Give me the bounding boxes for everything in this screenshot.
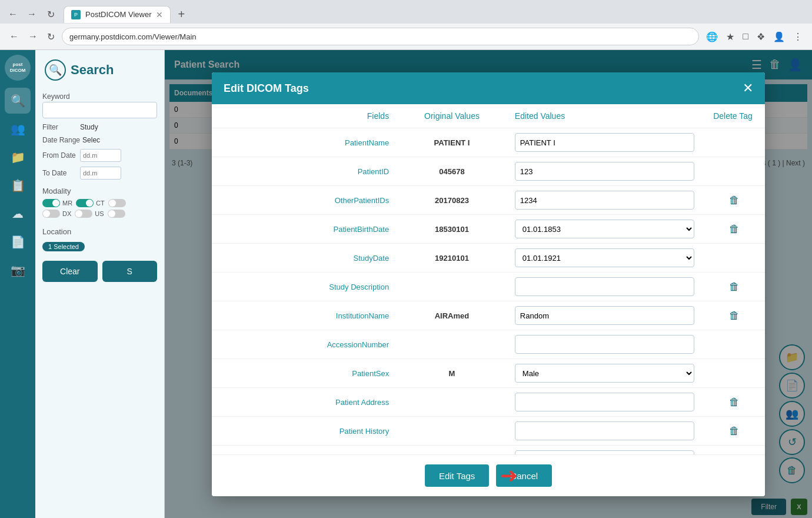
search-panel-button[interactable]: S	[102, 261, 158, 282]
tag-delete-cell-9: 🗑	[704, 388, 765, 417]
tag-edited-0	[505, 128, 704, 157]
to-date-label: To Date	[42, 169, 78, 177]
modality-extra-toggle[interactable]	[108, 199, 126, 207]
tag-delete-cell-10: 🗑	[704, 417, 765, 446]
more-icon[interactable]: ⋮	[791, 29, 805, 45]
delete-tag-button-10[interactable]: 🗑	[729, 425, 740, 437]
delete-tag-button-5[interactable]: 🗑	[729, 281, 740, 293]
tag-field-2: OtherPatientIDs	[212, 186, 398, 215]
modal-body: Fields Original Values Edited Values Del…	[212, 104, 765, 454]
extension-icon[interactable]: ❖	[754, 29, 767, 45]
filter-label: Filter	[42, 123, 78, 131]
location-selected[interactable]: 1 Selected	[42, 242, 85, 251]
delete-tag-button-3[interactable]: 🗑	[729, 223, 740, 235]
forward-button[interactable]: →	[24, 6, 40, 22]
col-edited: Edited Values	[505, 104, 704, 128]
filter-row: Filter Study	[35, 121, 164, 134]
sidebar-item-list[interactable]: 📄	[5, 229, 31, 255]
tag-original-5	[398, 273, 505, 301]
tag-original-10	[398, 417, 505, 446]
browser-back[interactable]: ←	[7, 29, 21, 44]
tag-row: PatientBirthDate1853010101.01.1853🗑	[212, 215, 765, 244]
tag-input-2[interactable]	[515, 191, 694, 210]
tag-field-5: Study Description	[212, 273, 398, 301]
tab-title: PostDICOM Viewer	[85, 10, 151, 19]
back-button[interactable]: ←	[5, 6, 21, 22]
bookmark-icon[interactable]: ★	[724, 29, 737, 45]
tag-field-8: PatientSex	[212, 359, 398, 388]
modality-extra	[108, 199, 126, 207]
tag-edited-5	[505, 273, 704, 301]
delete-tag-button-2[interactable]: 🗑	[729, 194, 740, 207]
tag-input-5[interactable]	[515, 277, 694, 296]
tag-delete-cell-6: 🗑	[704, 301, 765, 330]
reload-button[interactable]: ↻	[42, 6, 59, 22]
main-content: Patient Search ☰ 🗑 👤 Documents Count 0	[165, 50, 812, 518]
browser-forward[interactable]: →	[26, 29, 40, 44]
translate-icon[interactable]: 🌐	[704, 29, 720, 45]
sidebar-item-share[interactable]: 📷	[5, 257, 31, 283]
to-date-input[interactable]	[80, 167, 121, 180]
tag-input-9[interactable]	[515, 393, 694, 411]
new-tab-button[interactable]: +	[173, 8, 189, 21]
modality-mr-toggle[interactable]	[42, 199, 60, 207]
modality-us-toggle[interactable]	[75, 210, 92, 218]
sidebar-item-users[interactable]: 👥	[5, 116, 31, 142]
delete-tag-button-6[interactable]: 🗑	[729, 310, 740, 322]
window-icon[interactable]: □	[740, 29, 751, 44]
tag-edited-10	[505, 417, 704, 446]
modality-ct-toggle[interactable]	[76, 199, 94, 207]
location-label: Location	[42, 227, 157, 236]
keyword-label: Keyword	[42, 92, 157, 101]
tag-input-6[interactable]	[515, 306, 694, 325]
search-label: Search	[71, 62, 114, 78]
modality-extra2	[108, 210, 125, 218]
app-container: postDICOM 🔍 👥 📁 📋 ☁ 📄 📷 🔍 Search Keyword…	[0, 50, 812, 518]
modality-title: Modality	[42, 187, 157, 195]
sidebar-item-upload[interactable]: ☁	[5, 201, 31, 227]
modal-footer: ➜ Edit Tags Cancel	[212, 454, 765, 496]
modal-overlay: Edit DICOM Tags ✕ Fields Original Values…	[165, 50, 812, 518]
tag-date-select-3[interactable]: 01.01.1853	[515, 220, 694, 238]
filter-value: Study	[80, 123, 98, 131]
tag-input-11[interactable]	[515, 450, 694, 454]
profile-icon[interactable]: 👤	[771, 29, 787, 45]
sidebar-item-document[interactable]: 📋	[5, 172, 31, 198]
tag-input-0[interactable]	[515, 133, 694, 152]
browser-chrome: ← → ↻ P PostDICOM Viewer ✕ + ← → ↻ 🌐 ★ □…	[0, 0, 812, 50]
tag-edited-6	[505, 301, 704, 330]
tag-row: AccessionNumber	[212, 330, 765, 359]
tag-date-select-4[interactable]: 01.01.1921	[515, 248, 694, 267]
edit-tags-button[interactable]: Edit Tags	[425, 464, 489, 487]
tag-input-1[interactable]	[515, 162, 694, 181]
tag-original-0: PATIENT I	[398, 128, 505, 157]
tag-input-10[interactable]	[515, 421, 694, 440]
tag-delete-cell-0	[704, 128, 765, 157]
tab-close-button[interactable]: ✕	[156, 10, 163, 19]
delete-tag-button-9[interactable]: 🗑	[729, 396, 740, 409]
from-date-row: From Date	[35, 147, 164, 164]
keyword-input[interactable]	[42, 102, 157, 118]
from-date-input[interactable]	[80, 149, 121, 162]
tag-row: Patient Address🗑	[212, 388, 765, 417]
tag-edited-8: MaleFemaleOther	[505, 359, 704, 388]
sidebar-item-folder[interactable]: 📁	[5, 144, 31, 170]
url-input[interactable]	[62, 28, 699, 45]
tag-original-2: 20170823	[398, 186, 505, 215]
clear-button[interactable]: Clear	[42, 261, 98, 282]
tag-sex-select-8[interactable]: MaleFemaleOther	[515, 364, 694, 383]
tag-delete-cell-2: 🗑	[704, 186, 765, 215]
tag-delete-cell-7	[704, 330, 765, 359]
tag-input-7[interactable]	[515, 335, 694, 354]
tag-edited-4: 01.01.1921	[505, 244, 704, 273]
tag-original-9	[398, 388, 505, 417]
tag-field-0: PatientName	[212, 128, 398, 157]
modality-dx-toggle[interactable]	[42, 210, 60, 218]
tag-edited-3: 01.01.1853	[505, 215, 704, 244]
browser-reload[interactable]: ↻	[45, 29, 57, 45]
browser-tab[interactable]: P PostDICOM Viewer ✕	[64, 6, 171, 23]
date-range-label: Date Range	[42, 136, 80, 144]
modal-close-button[interactable]: ✕	[743, 81, 753, 96]
modality-extra2-toggle[interactable]	[108, 210, 125, 218]
sidebar-item-search[interactable]: 🔍	[5, 88, 31, 114]
